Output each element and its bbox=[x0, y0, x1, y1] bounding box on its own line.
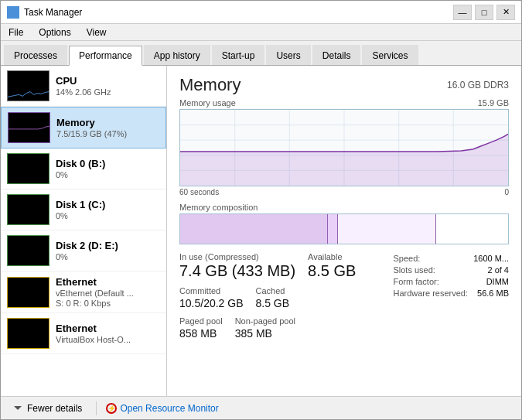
sidebar-item-disk1[interactable]: Disk 1 (C:) 0% bbox=[1, 190, 166, 230]
tab-startup[interactable]: Start-up bbox=[212, 45, 265, 65]
disk2-value: 0% bbox=[56, 252, 118, 261]
maximize-button[interactable]: □ bbox=[475, 5, 493, 20]
disk0-graph bbox=[7, 153, 49, 184]
slots-val: 2 of 4 bbox=[487, 265, 509, 275]
sidebar-item-eth2[interactable]: Ethernet VirtualBox Host-O... bbox=[1, 313, 166, 354]
monitor-icon: ⚡ bbox=[106, 403, 117, 414]
close-button[interactable]: ✕ bbox=[496, 5, 515, 20]
sidebar-item-disk0[interactable]: Disk 0 (B:) 0% bbox=[1, 149, 166, 190]
disk2-label: Disk 2 (D: E:) bbox=[56, 240, 118, 251]
svg-rect-4 bbox=[8, 71, 49, 101]
main-content: CPU 14% 2.06 GHz Memory 7.5/15.9 GB (47%… bbox=[1, 66, 521, 396]
left-stats: In use (Compressed) 7.4 GB (433 MB) Avai… bbox=[179, 252, 380, 340]
menu-bar: File Options View bbox=[1, 24, 521, 41]
task-manager-window: Task Manager — □ ✕ File Options View Pro… bbox=[0, 0, 522, 420]
title-bar-left: Task Manager bbox=[7, 6, 82, 19]
svg-rect-0 bbox=[9, 8, 12, 12]
stats-row3: Paged pool 858 MB Non-paged pool 385 MB bbox=[179, 316, 380, 340]
svg-rect-3 bbox=[14, 13, 18, 17]
memory-value: 7.5/15.9 GB (47%) bbox=[56, 129, 127, 138]
eth1-value2: S: 0 R: 0 Kbps bbox=[56, 299, 134, 308]
hw-reserved-key: Hardware reserved: bbox=[393, 289, 468, 298]
disk1-graph bbox=[7, 194, 49, 225]
eth1-value: vEthernet (Default ... bbox=[56, 289, 134, 298]
tab-users[interactable]: Users bbox=[266, 45, 310, 65]
sidebar-item-memory[interactable]: Memory 7.5/15.9 GB (47%) bbox=[1, 107, 166, 149]
eth1-graph bbox=[7, 277, 49, 308]
comp-standby bbox=[338, 214, 436, 244]
tab-bar: Processes Performance App history Start-… bbox=[1, 41, 521, 66]
hw-reserved-val: 56.6 MB bbox=[477, 289, 509, 298]
title-bar: Task Manager — □ ✕ bbox=[1, 1, 521, 24]
disk1-value: 0% bbox=[56, 211, 105, 220]
cached-label: Cached bbox=[256, 286, 290, 295]
paged-label: Paged pool bbox=[179, 316, 223, 326]
svg-marker-21 bbox=[14, 406, 22, 410]
disk2-graph bbox=[7, 235, 49, 266]
in-use-label: In use (Compressed) bbox=[179, 252, 295, 261]
minimize-button[interactable]: — bbox=[453, 5, 472, 20]
svg-rect-8 bbox=[8, 236, 49, 266]
slots-row: Slots used: 2 of 4 bbox=[393, 265, 509, 275]
slots-key: Slots used: bbox=[393, 265, 435, 275]
tab-app-history[interactable]: App history bbox=[144, 45, 210, 65]
bottom-separator bbox=[96, 401, 97, 415]
nonpaged-value: 385 MB bbox=[235, 327, 295, 340]
svg-rect-9 bbox=[8, 278, 49, 308]
stats-row2: Committed 10.5/20.2 GB Cached 8.5 GB bbox=[179, 286, 380, 310]
window-title: Task Manager bbox=[24, 7, 82, 18]
tab-services[interactable]: Services bbox=[362, 45, 418, 65]
right-stats: Speed: 1600 M... Slots used: 2 of 4 Form… bbox=[393, 252, 509, 340]
memory-usage-chart-section: Memory usage 15.9 GB bbox=[179, 98, 509, 196]
svg-rect-6 bbox=[8, 154, 49, 184]
right-panel-scroll[interactable]: Memory 16.0 GB DDR3 Memory usage 15.9 GB bbox=[167, 66, 521, 396]
cpu-graph bbox=[7, 70, 49, 101]
comp-free bbox=[436, 214, 508, 244]
committed-stat: Committed 10.5/20.2 GB bbox=[179, 286, 244, 310]
sidebar-item-cpu[interactable]: CPU 14% 2.06 GHz bbox=[1, 66, 166, 107]
nonpaged-label: Non-paged pool bbox=[235, 316, 295, 326]
time-end: 0 bbox=[504, 188, 509, 196]
cached-stat: Cached 8.5 GB bbox=[256, 286, 290, 310]
app-icon bbox=[7, 6, 19, 19]
form-key: Form factor: bbox=[393, 277, 438, 286]
svg-rect-10 bbox=[8, 319, 49, 349]
bottom-bar: Fewer details ⚡ Open Resource Monitor bbox=[1, 396, 521, 419]
form-val: DIMM bbox=[486, 277, 509, 286]
composition-section: Memory composition bbox=[179, 203, 509, 244]
svg-rect-2 bbox=[9, 13, 12, 17]
monitor-link[interactable]: Open Resource Monitor bbox=[120, 403, 218, 414]
memory-label: Memory bbox=[56, 117, 127, 128]
memory-graph bbox=[8, 112, 50, 143]
menu-file[interactable]: File bbox=[4, 26, 28, 39]
nonpaged-stat: Non-paged pool 385 MB bbox=[235, 316, 295, 340]
tab-processes[interactable]: Processes bbox=[4, 45, 67, 65]
sidebar: CPU 14% 2.06 GHz Memory 7.5/15.9 GB (47%… bbox=[1, 66, 167, 396]
stats-row1: In use (Compressed) 7.4 GB (433 MB) Avai… bbox=[179, 252, 380, 280]
tab-details[interactable]: Details bbox=[312, 45, 361, 65]
eth2-value: VirtualBox Host-O... bbox=[56, 335, 131, 344]
available-label: Available bbox=[308, 252, 356, 261]
stats-area: In use (Compressed) 7.4 GB (433 MB) Avai… bbox=[179, 252, 509, 340]
fewer-details-button[interactable]: Fewer details bbox=[7, 401, 87, 416]
menu-options[interactable]: Options bbox=[34, 26, 75, 39]
composition-bar bbox=[179, 213, 509, 244]
tab-performance[interactable]: Performance bbox=[69, 46, 142, 66]
menu-view[interactable]: View bbox=[82, 26, 111, 39]
time-start: 60 seconds bbox=[179, 188, 219, 196]
speed-val: 1600 M... bbox=[473, 254, 509, 263]
monitor-link-container[interactable]: ⚡ Open Resource Monitor bbox=[106, 403, 218, 414]
paged-stat: Paged pool 858 MB bbox=[179, 316, 223, 340]
memory-info: Memory 7.5/15.9 GB (47%) bbox=[56, 117, 127, 138]
committed-value: 10.5/20.2 GB bbox=[179, 297, 244, 310]
panel-subtitle: 16.0 GB DDR3 bbox=[447, 75, 509, 90]
memory-usage-chart bbox=[179, 109, 509, 186]
paged-value: 858 MB bbox=[179, 327, 223, 340]
chart-time-labels: 60 seconds 0 bbox=[179, 188, 509, 196]
sidebar-item-disk2[interactable]: Disk 2 (D: E:) 0% bbox=[1, 230, 166, 271]
cpu-label: CPU bbox=[56, 75, 111, 87]
composition-label: Memory composition bbox=[179, 203, 509, 212]
sidebar-item-eth1[interactable]: Ethernet vEthernet (Default ... S: 0 R: … bbox=[1, 271, 166, 313]
disk0-label: Disk 0 (B:) bbox=[56, 158, 105, 169]
svg-rect-7 bbox=[8, 195, 49, 225]
